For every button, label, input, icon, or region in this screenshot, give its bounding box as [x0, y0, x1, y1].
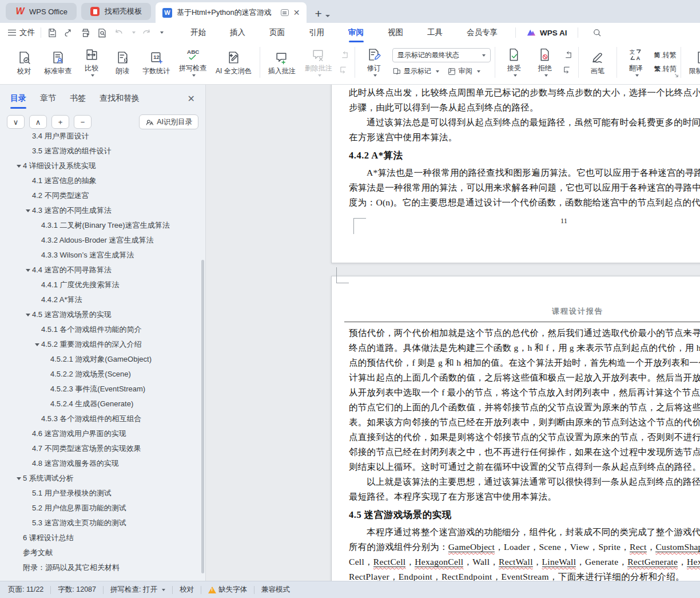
toc-item[interactable]: 4.6 迷宫游戏用户界面的实现	[0, 426, 205, 441]
status-spell-check[interactable]: 拼写检查: 打开	[110, 585, 165, 595]
sidebar-close-icon[interactable]: ✕	[188, 93, 195, 109]
previous-change-icon[interactable]	[563, 50, 572, 60]
toc-previous-button[interactable]: ∧	[29, 115, 47, 129]
restrict-editing-button[interactable]: 限制编辑	[685, 49, 700, 76]
menu-review[interactable]: 审阅	[336, 23, 376, 42]
status-page-indicator[interactable]: 页面: 11/22	[8, 585, 43, 595]
menu-page[interactable]: 页面	[257, 23, 297, 42]
redo-icon[interactable]	[141, 27, 152, 38]
tab-document-active[interactable]: W 基于Html+Python的迷宫游戏 ✕	[156, 2, 307, 23]
pen-button[interactable]: 画笔	[583, 49, 612, 76]
toc-item[interactable]: 3.5 迷宫游戏的组件设计	[0, 144, 205, 159]
document-page-12[interactable]: 课程设计报告 预估代价，两个代价相加就是这个节点的总代价，然后我们通过选取代价最…	[331, 276, 700, 581]
toc-next-button[interactable]: ∨	[7, 115, 25, 129]
status-compatibility-mode[interactable]: 兼容模式	[261, 585, 290, 595]
standard-review-button[interactable]: 标准审查	[40, 49, 75, 76]
toc-item[interactable]: 4.5 迷宫游戏场景的实现	[0, 307, 205, 322]
new-tab-button[interactable]: +	[315, 7, 321, 19]
reject-change-button[interactable]: 拒绝	[530, 46, 560, 78]
tab-preview-icon[interactable]	[281, 9, 289, 16]
spell-check-button[interactable]: ABC 拼写检查	[175, 46, 210, 78]
next-change-icon[interactable]	[563, 65, 572, 74]
undo-caret-icon[interactable]	[132, 31, 136, 34]
delete-comment-button[interactable]: 删除批注	[301, 46, 336, 78]
sidebar-tab-contents[interactable]: 目录	[10, 93, 26, 109]
collapse-arrow-icon[interactable]	[33, 343, 41, 346]
to-traditional-button[interactable]: 简→ 转繁	[654, 50, 677, 60]
toc-expand-button[interactable]: +	[51, 115, 69, 129]
toc-item[interactable]: 5.2 用户信息界面功能的测试	[0, 501, 205, 516]
toc-item[interactable]: 4.4.2 A*算法	[0, 292, 205, 307]
print-icon[interactable]	[80, 27, 91, 38]
toc-item[interactable]: 4.5.2.1 游戏对象(GameObject)	[0, 352, 205, 367]
qat-more-caret-icon[interactable]	[160, 31, 164, 34]
export-icon[interactable]	[63, 27, 74, 38]
menu-tools[interactable]: 工具	[415, 23, 455, 42]
ai-polish-button[interactable]: AI 全文润色	[212, 49, 256, 76]
toc-item[interactable]: 4.5.1 各个游戏组件功能的简介	[0, 322, 205, 337]
toc-item[interactable]: 6 课程设计总结	[0, 530, 205, 545]
status-proofread[interactable]: 校对	[180, 585, 194, 595]
track-changes-button[interactable]: 修订	[359, 46, 389, 78]
insert-comment-button[interactable]: 插入批注	[264, 49, 300, 76]
menu-member[interactable]: 会员专享	[455, 23, 510, 42]
toc-item[interactable]: 4.8 迷宫游戏服务器的实现	[0, 456, 205, 471]
toc-item[interactable]: 4.2 不同类型迷宫	[0, 188, 205, 203]
translate-button[interactable]: 文A 翻译	[621, 46, 651, 78]
search-icon[interactable]	[592, 27, 602, 38]
toc-item[interactable]: 5 系统调试分析	[0, 471, 205, 486]
toc-item[interactable]: 4.5.2.4 生成器(Generate)	[0, 397, 205, 411]
sidebar-scrollbar[interactable]	[201, 260, 204, 573]
accept-change-button[interactable]: 接受	[499, 46, 529, 78]
collapse-arrow-icon[interactable]	[24, 209, 32, 212]
toc-item[interactable]: 4.4.1 广度优先搜索算法	[0, 278, 205, 292]
toc-item[interactable]: 4.5.2.3 事件流(EventStream)	[0, 382, 205, 397]
ai-recognize-toc-button[interactable]: AI识别目录	[139, 114, 198, 129]
toc-item[interactable]: 5.3 迷宫游戏主页功能的测试	[0, 516, 205, 530]
compare-button[interactable]: 比较	[77, 46, 106, 78]
status-missing-font[interactable]: 缺失字体	[208, 585, 247, 595]
toc-item[interactable]: 4.4 迷宫的不同寻路算法	[0, 263, 205, 278]
menu-home[interactable]: 开始	[178, 23, 218, 42]
group-launcher-icon[interactable]	[674, 70, 679, 80]
tab-close-icon[interactable]: ✕	[293, 9, 300, 17]
file-menu-button[interactable]: 文件	[8, 27, 35, 38]
collapse-arrow-icon[interactable]	[15, 477, 23, 480]
tab-list-caret-icon[interactable]	[325, 15, 330, 17]
show-markup-button[interactable]: 显示标记	[392, 66, 439, 76]
toc-item[interactable]: 4.3.2 Aldous-Broder 迷宫生成算法	[0, 233, 205, 248]
toc-item[interactable]: 4.1 迷宫信息的抽象	[0, 173, 205, 188]
undo-icon[interactable]	[113, 27, 124, 38]
next-comment-icon[interactable]	[339, 65, 349, 74]
menu-reference[interactable]: 引用	[297, 23, 336, 42]
toc-item[interactable]: 4.3.3 Wilson’s 迷宫生成算法	[0, 248, 205, 263]
tab-docer-templates[interactable]: 找稻壳模板	[81, 3, 151, 20]
tab-wps-office[interactable]: W WPS Office	[6, 3, 77, 20]
status-word-count[interactable]: 字数: 12087	[58, 585, 96, 595]
toc-item[interactable]: 参考文献	[0, 545, 205, 560]
print-preview-icon[interactable]	[97, 27, 108, 38]
toc-item[interactable]: 3.4 用户界面设计	[0, 133, 205, 144]
document-canvas[interactable]: 此时从终点出发，比较终点周围单元已标记的步数与终点步数的大小，选择一个比终点小的…	[206, 85, 700, 581]
toc-item[interactable]: 4.5.2.2 游戏场景(Scene)	[0, 367, 205, 382]
collapse-arrow-icon[interactable]	[15, 165, 23, 168]
previous-comment-icon[interactable]	[339, 50, 349, 60]
toc-item[interactable]: 4.3.1 二叉树(Binary Tree)迷宫生成算法	[0, 218, 205, 233]
collapse-arrow-icon[interactable]	[24, 314, 32, 316]
menu-view[interactable]: 视图	[376, 23, 415, 42]
sidebar-tab-find-replace[interactable]: 查找和替换	[100, 93, 140, 109]
proofread-button[interactable]: 校对	[9, 49, 39, 76]
document-page-11[interactable]: 此时从终点出发，比较终点周围单元已标记的步数与终点步数的大小，选择一个比终点小的…	[331, 85, 700, 263]
toc-item[interactable]: 附录：源码以及其它相关材料	[0, 560, 205, 575]
markup-state-select[interactable]: 显示标记的最终状态	[392, 48, 491, 62]
wps-ai-button[interactable]: WPS AI	[522, 28, 572, 37]
collapse-arrow-icon[interactable]	[24, 269, 32, 272]
menu-insert[interactable]: 插入	[218, 23, 257, 42]
toc-item[interactable]: 4.5.3 各个游戏组件的相互组合	[0, 411, 205, 426]
sidebar-tab-bookmarks[interactable]: 书签	[70, 93, 86, 109]
toc-item[interactable]: 4.7 不同类型迷宫场景的实现效果	[0, 441, 205, 456]
sidebar-tab-chapters[interactable]: 章节	[40, 93, 56, 109]
review-pane-button[interactable]: 审阅	[447, 66, 480, 76]
save-icon[interactable]	[47, 27, 58, 38]
read-aloud-button[interactable]: 朗读	[108, 49, 137, 76]
